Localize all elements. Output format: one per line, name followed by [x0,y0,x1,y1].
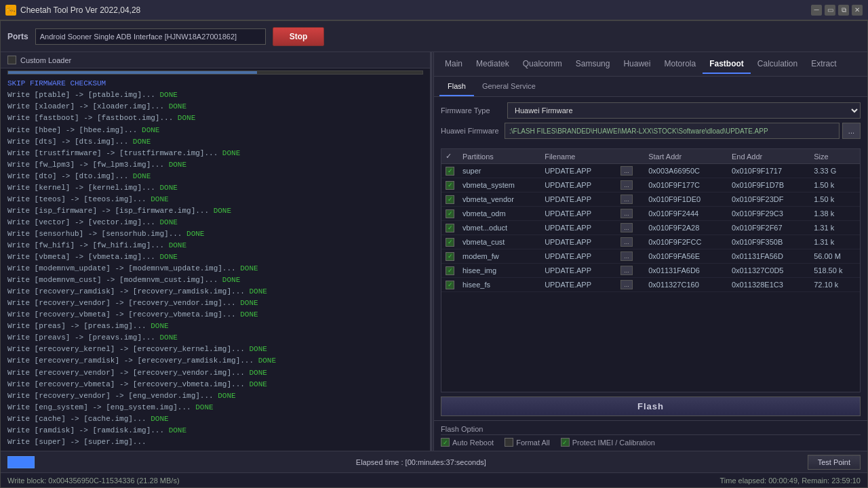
row-checkbox[interactable]: ✓ [446,238,454,247]
partition-browse-btn[interactable]: ... [620,195,633,204]
row-checkbox-cell[interactable]: ✓ [441,235,458,249]
app-icon: 🐆 [5,5,16,16]
row-checkbox[interactable]: ✓ [446,281,454,289]
partition-start-addr: 0x010F9F1DE0 [644,192,728,207]
partition-name: vbmet...oduct [458,221,540,235]
firmware-path-input[interactable] [505,123,840,139]
top-bar: Ports Android Sooner Single ADB Interfac… [1,21,867,52]
stop-button[interactable]: Stop [273,27,325,46]
row-checkbox[interactable]: ✓ [446,266,454,275]
log-line: Write [recovery_vbmeta] -> [recovery_vbm… [7,309,423,321]
content-area: Custom Loader Write [crc] -> [crc.img]..… [1,52,867,451]
right-panel: MainMediatekQualcommSamsungHuaweiMotorol… [434,52,867,451]
partition-size: 1.31 k [810,221,860,235]
partition-browse-btn[interactable]: ... [620,280,633,289]
row-checkbox-cell[interactable]: ✓ [441,207,458,221]
col-partitions-header: Partitions [458,149,540,164]
log-line: Write [xloader] -> [xloader.img]... DONE [7,101,423,113]
table-row: ✓vbmeta_custUPDATE.APP...0x010F9F2FCC0x0… [441,235,860,249]
maximize-restore-button[interactable]: ▭ [825,5,835,16]
nav-tab-main[interactable]: Main [438,55,469,74]
log-line: Write [cache] -> [cache.img]... DONE [7,413,423,425]
log-line: Write [recovery_ramdisk] -> [recovery_ra… [7,286,423,298]
row-checkbox-cell[interactable]: ✓ [441,164,458,178]
window-title: Cheetah Tool Pro Ver 2022,04,28 [20,5,140,15]
row-checkbox[interactable]: ✓ [446,209,454,218]
partition-browse-btn[interactable]: ... [620,251,633,261]
row-checkbox[interactable]: ✓ [446,181,454,190]
nav-tab-samsung[interactable]: Samsung [569,55,617,74]
row-checkbox-cell[interactable]: ✓ [441,264,458,278]
partition-browse-btn[interactable]: ... [620,237,633,247]
flash-btn-row: Flash [434,392,867,420]
restore-button[interactable]: ⧉ [838,5,849,16]
table-row: ✓vbmeta_odmUPDATE.APP...0x010F9F24440x01… [441,207,860,221]
test-point-button[interactable]: Test Point [808,455,861,470]
nav-tab-motorola[interactable]: Motorola [657,55,703,74]
firmware-path-row: Huawei Firmware ... [441,123,861,139]
row-checkbox[interactable]: ✓ [446,167,454,176]
firmware-type-label: Firmware Type [441,106,502,115]
row-checkbox-cell[interactable]: ✓ [441,192,458,207]
flash-option-checkbox[interactable]: ✓ [561,438,570,447]
partition-filename: UPDATE.APP [540,221,615,235]
flash-button[interactable]: Flash [441,396,861,416]
row-checkbox-cell[interactable]: ✓ [441,249,458,264]
row-checkbox-cell[interactable]: ✓ [441,278,458,292]
partition-browse-btn-cell: ... [615,249,644,264]
partition-size: 1.50 k [810,178,860,192]
partition-browse-btn[interactable]: ... [620,166,633,176]
nav-tab-extract[interactable]: Extract [804,55,843,74]
custom-loader-checkbox[interactable] [7,56,16,64]
partition-browse-btn-cell: ... [615,192,644,207]
port-label: Ports [7,32,28,41]
log-line: Write [trustfirmware] -> [trustfirmware.… [7,148,423,159]
sub-tab-flash[interactable]: Flash [439,79,474,96]
partition-filename: UPDATE.APP [540,164,615,178]
partition-browse-btn-cell: ... [615,178,644,192]
partition-browse-btn[interactable]: ... [620,209,633,218]
sub-tab-general-service[interactable]: General Service [474,79,544,96]
nav-tab-mediatek[interactable]: Mediatek [469,55,516,74]
nav-tab-huawei[interactable]: Huawei [616,55,657,74]
partition-end-addr: 0x010F9F23DF [728,192,810,207]
row-checkbox-cell[interactable]: ✓ [441,221,458,235]
port-select[interactable]: Android Sooner Single ADB Interface [HJN… [35,28,266,45]
partition-size: 1.50 k [810,192,860,207]
window-controls: ─ ▭ ⧉ ✕ [811,5,863,16]
partition-filename: UPDATE.APP [540,178,615,192]
browse-button[interactable]: ... [842,123,861,139]
nav-tab-fastboot[interactable]: Fastboot [703,55,751,74]
partition-browse-btn[interactable]: ... [620,223,633,232]
partition-end-addr: 0x010F9F2F67 [728,221,810,235]
table-row: ✓hisee_imgUPDATE.APP...0x01131FA6D60x011… [441,264,860,278]
log-line: Write [ramdisk] -> [ramdisk.img]... DONE [7,425,423,436]
nav-tab-calculation[interactable]: Calculation [751,55,804,74]
table-row: ✓vbmet...oductUPDATE.APP...0x010F9F2A280… [441,221,860,235]
log-line: Write [modemnvm_cust] -> [modemnvm_cust.… [7,274,423,286]
partition-browse-btn-cell: ... [615,235,644,249]
partition-filename: UPDATE.APP [540,278,615,292]
flash-option-checkbox[interactable]: ✓ [441,438,450,447]
row-checkbox-cell[interactable]: ✓ [441,178,458,192]
row-checkbox[interactable]: ✓ [446,195,454,204]
partition-end-addr: 0x011328E1C3 [728,278,810,292]
close-button[interactable]: ✕ [852,5,863,16]
row-checkbox[interactable]: ✓ [446,252,454,261]
partition-size: 1.38 k [810,207,860,221]
row-checkbox[interactable]: ✓ [446,224,454,232]
partition-browse-btn[interactable]: ... [620,180,633,190]
flash-option-checkbox[interactable] [505,438,513,447]
partition-end-addr: 0x010F9F350B [728,235,810,249]
partition-end-addr: 0x010F9F1717 [728,164,810,178]
firmware-type-select[interactable]: Huawei Firmware [507,102,861,119]
minimize-button[interactable]: ─ [811,5,822,16]
time-elapsed-info: Time elapsed: 00:00:49, Remain: 23:59:10 [719,476,861,485]
partition-filename: UPDATE.APP [540,207,615,221]
flash-option-label: Auto Reboot [452,439,494,447]
log-line: Write [erecovery_vendor] -> [erecovery_v… [7,367,423,379]
log-line: Write [dto] -> [dto.img]... DONE [7,171,423,182]
nav-tab-qualcomm[interactable]: Qualcomm [516,55,569,74]
partition-browse-btn[interactable]: ... [620,266,633,275]
log-line: Write [vector] -> [vector.img]... DONE [7,217,423,228]
